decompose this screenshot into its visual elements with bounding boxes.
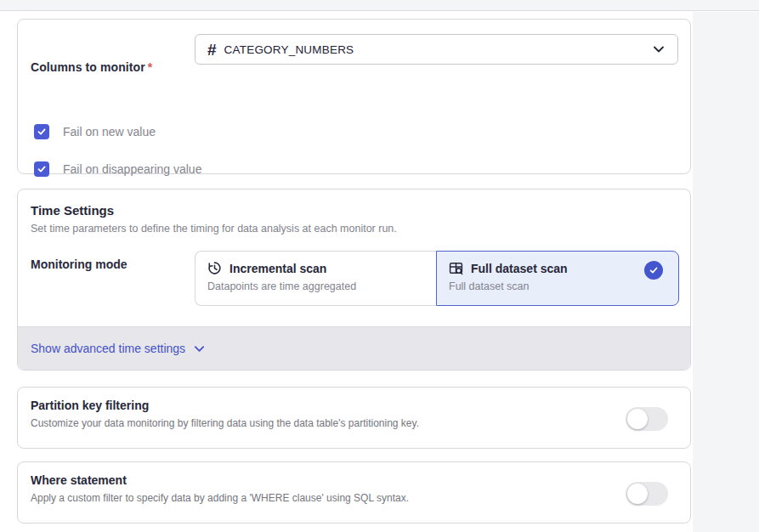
clock-history-icon: [207, 261, 222, 275]
chevron-down-icon: [652, 42, 666, 56]
option-incremental-title: Incremental scan: [229, 262, 326, 275]
option-full-dataset-scan[interactable]: Full dataset scan Full dataset scan: [436, 251, 679, 306]
page-gutter: [693, 12, 759, 532]
hash-icon: #: [207, 42, 217, 58]
columns-to-monitor-label-text: Columns to monitor: [31, 60, 145, 74]
fail-on-new-value-row: Fail on new value: [34, 124, 156, 139]
partition-key-filtering-card: Partition key filtering Customize your d…: [17, 387, 691, 449]
top-divider: [0, 0, 759, 11]
fail-on-disappearing-value-label: Fail on disappearing value: [63, 162, 201, 176]
columns-dropdown-value: CATEGORY_NUMBERS: [224, 43, 652, 56]
monitoring-mode-options: Incremental scan Datapoints are time agg…: [195, 251, 679, 306]
where-statement-card: Where statement Apply a custom filter to…: [17, 461, 691, 524]
toggle-knob: [627, 484, 648, 504]
partition-key-filtering-toggle[interactable]: [626, 407, 668, 431]
checkmark-icon: [37, 127, 47, 137]
time-settings-title: Time Settings: [31, 203, 114, 218]
advanced-time-settings-bar: Show advanced time settings: [18, 326, 690, 370]
fail-on-disappearing-value-checkbox[interactable]: [34, 161, 49, 177]
fail-on-disappearing-value-row: Fail on disappearing value: [34, 161, 201, 177]
show-advanced-time-settings-link[interactable]: Show advanced time settings: [31, 342, 206, 355]
table-search-icon: [449, 261, 463, 275]
option-full-dataset-description: Full dataset scan: [449, 280, 666, 292]
fail-on-new-value-checkbox[interactable]: [34, 124, 49, 139]
required-marker: *: [148, 60, 153, 74]
partition-key-filtering-title: Partition key filtering: [31, 399, 149, 412]
columns-to-monitor-label: Columns to monitor*: [31, 60, 152, 74]
columns-dropdown[interactable]: # CATEGORY_NUMBERS: [195, 34, 678, 65]
checkmark-icon: [37, 164, 47, 174]
columns-to-monitor-card: Columns to monitor* # CATEGORY_NUMBERS F…: [17, 19, 691, 174]
option-full-dataset-title: Full dataset scan: [471, 262, 568, 275]
fail-on-new-value-label: Fail on new value: [63, 125, 156, 139]
option-incremental-scan[interactable]: Incremental scan Datapoints are time agg…: [195, 251, 436, 306]
time-settings-card: Time Settings Set time parameters to def…: [17, 189, 691, 371]
where-statement-toggle[interactable]: [626, 482, 668, 506]
where-statement-title: Where statement: [31, 473, 127, 487]
partition-key-filtering-description: Customize your data monitoring by filter…: [31, 417, 419, 429]
monitoring-mode-label: Monitoring mode: [31, 258, 127, 271]
checkmark-icon: [649, 265, 659, 275]
show-advanced-time-settings-label: Show advanced time settings: [31, 342, 185, 355]
toggle-knob: [627, 409, 648, 429]
chevron-down-icon: [193, 342, 206, 355]
where-statement-description: Apply a custom filter to specify data by…: [31, 492, 409, 504]
time-settings-subtitle: Set time parameters to define the timing…: [31, 223, 397, 235]
option-incremental-description: Datapoints are time aggregated: [207, 280, 424, 292]
selected-check-badge: [644, 261, 663, 280]
